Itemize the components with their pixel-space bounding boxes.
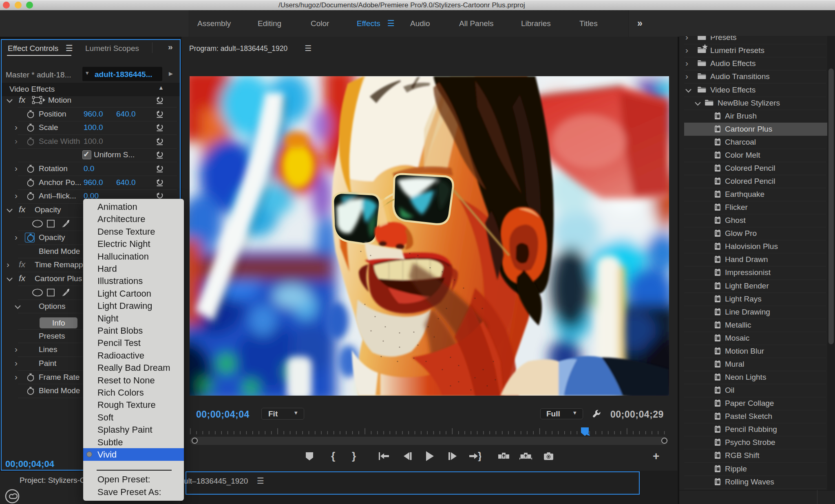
svg-text:}: } [478, 451, 481, 461]
